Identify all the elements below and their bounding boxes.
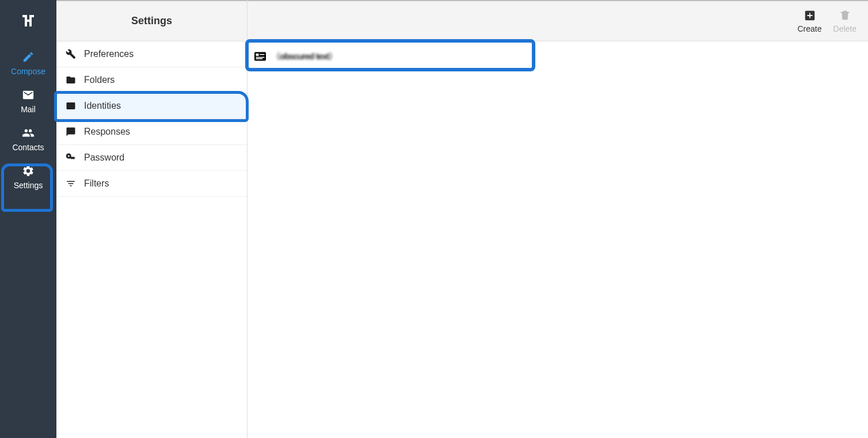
key-icon: [66, 153, 76, 163]
settings-item-label: Preferences: [84, 49, 134, 59]
trash-icon: [839, 9, 851, 22]
svg-rect-4: [256, 58, 263, 59]
settings-item-filters[interactable]: Filters: [56, 171, 247, 197]
content-column: Create Delete 〈obscured text〉: [248, 0, 868, 438]
settings-item-folders[interactable]: Folders: [56, 67, 247, 93]
svg-rect-2: [260, 54, 264, 55]
folder-icon: [66, 75, 76, 85]
app-logo-icon: [19, 12, 37, 32]
svg-rect-0: [254, 52, 266, 61]
settings-item-preferences[interactable]: Preferences: [56, 41, 247, 67]
create-button[interactable]: Create: [798, 9, 822, 33]
nav-settings-label: Settings: [14, 181, 43, 190]
svg-rect-1: [256, 54, 259, 56]
nav-compose[interactable]: Compose: [0, 44, 56, 82]
identity-row-text: 〈obscured text〉: [272, 51, 337, 62]
settings-item-label: Folders: [84, 75, 115, 85]
wrench-icon: [66, 49, 76, 59]
identities-list: 〈obscured text〉: [248, 41, 868, 438]
delete-button-label: Delete: [833, 24, 856, 33]
nav-settings[interactable]: Settings: [0, 158, 56, 196]
settings-item-label: Filters: [84, 178, 109, 189]
nav-compose-label: Compose: [11, 67, 45, 76]
comment-icon: [66, 127, 76, 137]
plus-square-icon: [804, 9, 816, 22]
nav-contacts[interactable]: Contacts: [0, 120, 56, 158]
settings-item-label: Responses: [84, 127, 130, 137]
svg-rect-3: [256, 57, 265, 58]
settings-item-label: Identities: [84, 101, 121, 111]
vcard-icon: [254, 52, 266, 61]
settings-header: Settings: [56, 0, 247, 41]
nav-mail-label: Mail: [21, 105, 36, 114]
settings-item-password[interactable]: Password: [56, 145, 247, 171]
settings-item-identities[interactable]: Identities: [56, 93, 247, 119]
settings-list: Preferences Folders Identities Responses…: [56, 41, 247, 197]
list-icon: [66, 101, 76, 111]
settings-header-title: Settings: [131, 15, 172, 27]
filter-icon: [66, 178, 76, 189]
nav-mail[interactable]: Mail: [0, 82, 56, 120]
settings-column: Settings Preferences Folders Identities …: [56, 0, 248, 438]
content-toolbar: Create Delete: [248, 0, 868, 41]
settings-item-responses[interactable]: Responses: [56, 119, 247, 145]
create-button-label: Create: [798, 24, 822, 33]
vertical-nav: Compose Mail Contacts Settings: [0, 0, 56, 438]
nav-contacts-label: Contacts: [12, 143, 44, 152]
delete-button: Delete: [833, 9, 856, 33]
settings-item-label: Password: [84, 153, 124, 163]
identity-row[interactable]: 〈obscured text〉: [248, 46, 868, 67]
